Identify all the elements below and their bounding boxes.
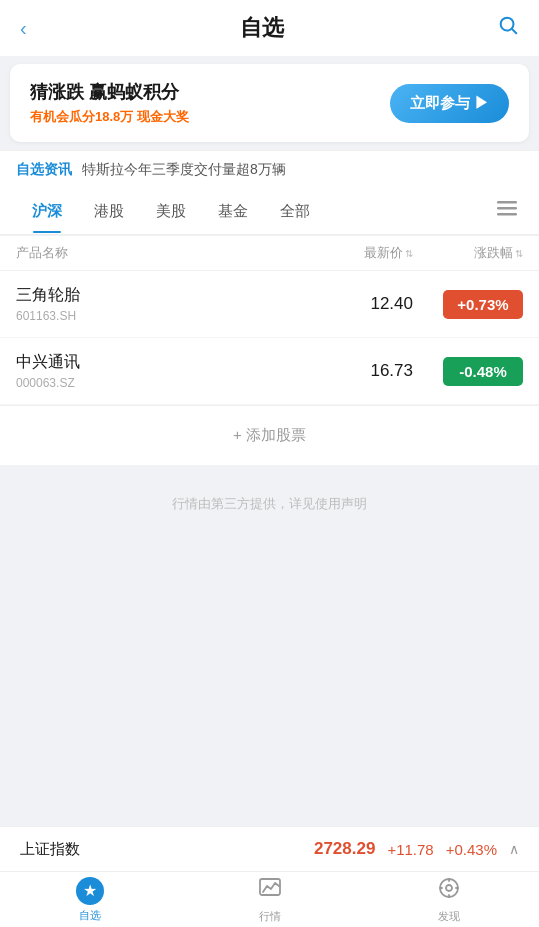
back-icon[interactable]: ‹ — [20, 17, 27, 40]
stock-table: 产品名称 最新价 ⇅ 涨跌幅 ⇅ 三角轮胎 601163.SH 12.40 +0… — [0, 236, 539, 405]
bottom-nav: ★ 自选 行情 发现 — [0, 871, 539, 927]
stock-price: 12.40 — [293, 294, 413, 314]
svg-rect-4 — [497, 213, 517, 216]
svg-point-7 — [446, 885, 452, 891]
nav-label-hangqing: 行情 — [259, 909, 281, 924]
tab-quanbu[interactable]: 全部 — [264, 190, 326, 233]
zixuan-icon: ★ — [76, 877, 104, 905]
banner-subtitle: 有机会瓜分18.8万 现金大奖 — [30, 108, 189, 126]
table-row[interactable]: 三角轮胎 601163.SH 12.40 +0.73% — [0, 271, 539, 338]
news-text: 特斯拉今年三季度交付量超8万辆 — [82, 161, 286, 179]
change-sort-arrow: ⇅ — [515, 248, 523, 259]
header: ‹ 自选 — [0, 0, 539, 56]
stock-name: 三角轮胎 — [16, 285, 293, 306]
stock-name: 中兴通讯 — [16, 352, 293, 373]
nav-label-faxian: 发现 — [438, 909, 460, 924]
stock-info: 三角轮胎 601163.SH — [16, 285, 293, 323]
page-title: 自选 — [240, 13, 284, 43]
index-pct: +0.43% — [446, 841, 497, 858]
svg-rect-3 — [497, 207, 517, 210]
tab-jijin[interactable]: 基金 — [202, 190, 264, 233]
tab-ganggu[interactable]: 港股 — [78, 190, 140, 233]
change-badge-down: -0.48% — [443, 357, 523, 386]
nav-item-faxian[interactable]: 发现 — [359, 872, 539, 927]
news-label: 自选资讯 — [16, 161, 72, 179]
banner: 猜涨跌 赢蚂蚁积分 有机会瓜分18.8万 现金大奖 立即参与 ▶ — [10, 64, 529, 142]
index-bar: 上证指数 2728.29 +11.78 +0.43% ∧ — [0, 826, 539, 871]
tab-husheng[interactable]: 沪深 — [16, 190, 78, 233]
table-header: 产品名称 最新价 ⇅ 涨跌幅 ⇅ — [0, 236, 539, 271]
index-expand-icon[interactable]: ∧ — [509, 841, 519, 857]
search-icon[interactable] — [497, 14, 519, 42]
stock-code: 000063.SZ — [16, 376, 293, 390]
tab-menu-icon[interactable] — [491, 197, 523, 226]
stock-info: 中兴通讯 000063.SZ — [16, 352, 293, 390]
faxian-icon — [437, 876, 461, 906]
tabs: 沪深 港股 美股 基金 全部 — [0, 189, 539, 235]
hangqing-icon — [258, 876, 282, 906]
col-header-price: 最新价 ⇅ — [293, 244, 413, 262]
stock-change: +0.73% — [413, 290, 523, 319]
svg-rect-2 — [497, 201, 517, 204]
index-change: +11.78 — [387, 841, 433, 858]
nav-item-hangqing[interactable]: 行情 — [180, 872, 360, 927]
news-bar: 自选资讯 特斯拉今年三季度交付量超8万辆 — [0, 150, 539, 189]
stock-code: 601163.SH — [16, 309, 293, 323]
banner-title: 猜涨跌 赢蚂蚁积分 — [30, 80, 189, 104]
nav-label-zixuan: 自选 — [79, 908, 101, 923]
add-stock-button[interactable]: + 添加股票 — [0, 405, 539, 465]
price-sort-arrow: ⇅ — [405, 248, 413, 259]
col-header-name: 产品名称 — [16, 244, 293, 262]
index-name: 上证指数 — [20, 840, 80, 859]
svg-line-1 — [512, 29, 516, 33]
table-row[interactable]: 中兴通讯 000063.SZ 16.73 -0.48% — [0, 338, 539, 405]
participate-button[interactable]: 立即参与 ▶ — [390, 84, 509, 123]
tab-meigu[interactable]: 美股 — [140, 190, 202, 233]
col-header-change: 涨跌幅 ⇅ — [413, 244, 523, 262]
stock-change: -0.48% — [413, 357, 523, 386]
banner-content: 猜涨跌 赢蚂蚁积分 有机会瓜分18.8万 现金大奖 — [30, 80, 189, 126]
index-value: 2728.29 — [314, 839, 375, 859]
nav-item-zixuan[interactable]: ★ 自选 — [0, 872, 180, 927]
stock-price: 16.73 — [293, 361, 413, 381]
disclaimer: 行情由第三方提供，详见使用声明 — [0, 465, 539, 543]
change-badge-up: +0.73% — [443, 290, 523, 319]
